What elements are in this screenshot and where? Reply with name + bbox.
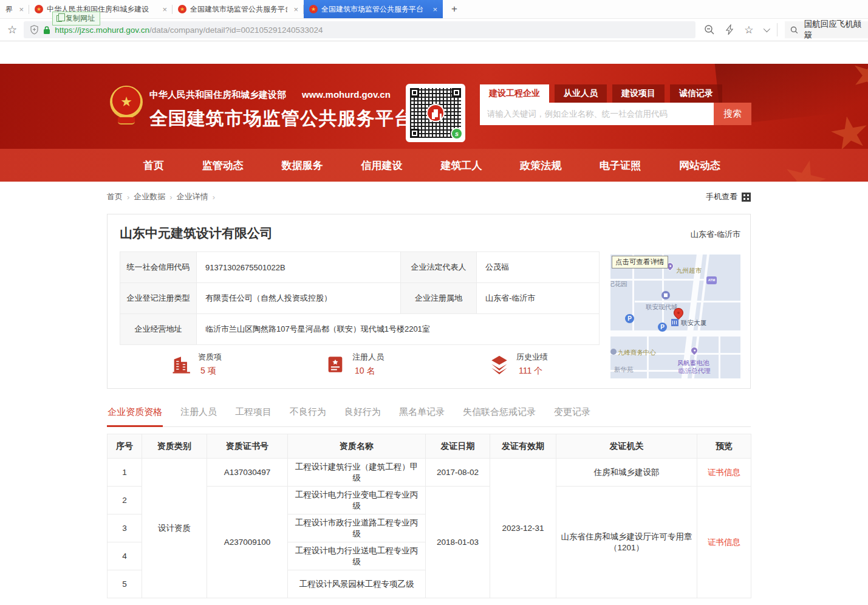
- address-bar[interactable]: https://jzsc.mohurd.gov.cn/data/company/…: [24, 21, 695, 38]
- map-label-garden: 记花园: [610, 280, 627, 289]
- emblem-favicon-icon: [35, 5, 43, 13]
- certificate-info-link[interactable]: 证书信息: [697, 487, 751, 598]
- stat-registered-personnel: 注册人员 10 名: [325, 352, 384, 377]
- lightning-icon[interactable]: [725, 24, 734, 35]
- breadcrumb-home[interactable]: 首页: [107, 191, 123, 202]
- browser-tab-1[interactable]: 中华人民共和国住房和城乡建设: [29, 0, 173, 18]
- search-button[interactable]: 搜索: [714, 103, 751, 125]
- stat-history-performance: 历史业绩 111 个: [489, 352, 548, 377]
- search-tab-credit[interactable]: 诚信记录: [670, 84, 722, 103]
- zoom-out-icon[interactable]: [704, 24, 715, 35]
- copy-url-tooltip: 复制网址: [52, 12, 100, 26]
- breadcrumb: 首页 企业数据 企业详情 手机查看: [107, 191, 751, 202]
- qualification-name: 工程设计电力行业送电工程专业丙级: [288, 542, 426, 570]
- keyword-search-input[interactable]: [480, 103, 714, 125]
- browser-tab-strip: 界 中华人民共和国住房和城乡建设 全国建筑市场监管公共服务平台 全国建筑市场监管…: [0, 0, 868, 19]
- chevron-down-icon[interactable]: [764, 26, 770, 32]
- issuing-authority: 山东省住房和城乡建设厅许可专用章 （1201）: [556, 487, 697, 598]
- table-row: 统一社会信用代码 91371302675501022B 企业法定代表人 公茂福: [120, 252, 600, 283]
- tab-projects[interactable]: 工程项目: [234, 401, 272, 426]
- mobile-view-label[interactable]: 手机查看: [706, 191, 737, 202]
- address-value: 临沂市兰山区陶然路107号星河晶都（联安）现代城1号楼2201室: [197, 314, 600, 345]
- site-header: 中华人民共和国住房和城乡建设部 www.mohurd.gov.cn 全国建筑市场…: [0, 64, 868, 149]
- nav-item-credit[interactable]: 信用建设: [361, 159, 403, 173]
- tab-good-behavior[interactable]: 良好行为: [344, 401, 381, 426]
- platform-title: 全国建筑市场监管公共服务平台: [149, 106, 413, 131]
- copy-icon: [56, 15, 62, 22]
- breadcrumb-detail[interactable]: 企业详情: [177, 191, 208, 202]
- bookmark-star-icon[interactable]: [7, 23, 17, 36]
- nav-item-policy[interactable]: 政策法规: [520, 159, 561, 173]
- reg-region-value: 山东省-临沂市: [477, 283, 600, 314]
- breadcrumb-enterprise-data[interactable]: 企业数据: [134, 191, 165, 202]
- browser-tab-2[interactable]: 全国建筑市场监管公共服务平台: [173, 0, 304, 18]
- map-label-supermarket: 九州超市: [676, 267, 702, 275]
- search-icon: [790, 26, 798, 35]
- tab-blacklist[interactable]: 黑名单记录: [398, 401, 445, 426]
- qualification-name: 工程设计建筑行业（建筑工程）甲级: [288, 459, 426, 487]
- building-icon: [671, 319, 678, 326]
- qualification-category: 设计资质: [142, 459, 207, 598]
- company-card: 山东中元建筑设计有限公司 山东省-临沂市 统一社会信用代码 9137130267…: [107, 214, 751, 389]
- table-row: 企业经营地址 临沂市兰山区陶然路107号星河晶都（联安）现代城1号楼2201室: [120, 314, 600, 345]
- close-icon[interactable]: [291, 5, 298, 14]
- tab-registered-personnel[interactable]: 注册人员: [180, 401, 217, 426]
- browser-tab-active[interactable]: 全国建筑市场监管公共服务平台: [304, 0, 443, 18]
- map-label-lianan-city: 联安现代城: [646, 303, 678, 312]
- qr-miniprogram-icon: [451, 128, 463, 140]
- search-tab-enterprise[interactable]: 建设工程企业: [480, 84, 549, 103]
- tab-change-records[interactable]: 变更记录: [553, 401, 591, 426]
- certificate-info-link[interactable]: 证书信息: [697, 459, 751, 487]
- toolbar-icons: [704, 24, 768, 36]
- header-search: 建设工程企业 从业人员 建设项目 诚信记录 搜索: [480, 84, 751, 125]
- poi-dot-icon: [610, 349, 617, 355]
- close-icon[interactable]: [160, 5, 167, 14]
- tab-qualifications[interactable]: 企业资质资格: [107, 401, 163, 427]
- site-brand: 中华人民共和国住房和城乡建设部 www.mohurd.gov.cn 全国建筑市场…: [149, 89, 413, 131]
- search-tab-project[interactable]: 建设项目: [612, 84, 665, 103]
- building-icon: [171, 354, 191, 375]
- lock-icon: [43, 26, 50, 35]
- new-tab-button[interactable]: [451, 3, 457, 15]
- nav-item-home[interactable]: 首页: [143, 159, 164, 173]
- parking-icon: [625, 314, 634, 323]
- header-qr-code: [406, 84, 465, 142]
- qr-pattern: [410, 88, 461, 138]
- nav-item-data-service[interactable]: 数据服务: [282, 159, 323, 173]
- stat-qualifications: 资质项 5 项: [171, 352, 222, 377]
- table-row: 1 设计资质 A137030497 工程设计建筑行业（建筑工程）甲级 2017-…: [108, 459, 751, 487]
- national-emblem-ribbon: [118, 117, 135, 125]
- issuing-authority: 住房和城乡建设部: [556, 459, 697, 487]
- browser-tab-partial[interactable]: 界: [0, 0, 29, 18]
- certificate-book-icon: [325, 354, 346, 375]
- mobile-qr-icon[interactable]: [742, 193, 751, 202]
- tab-bad-behavior[interactable]: 不良行为: [289, 401, 327, 426]
- nav-item-site-news[interactable]: 网站动态: [679, 159, 720, 173]
- nav-item-workers[interactable]: 建筑工人: [440, 159, 482, 173]
- qualification-name: 工程设计风景园林工程专项乙级: [288, 570, 426, 598]
- nav-item-supervision[interactable]: 监管动态: [202, 159, 244, 173]
- national-emblem-icon: [110, 86, 143, 118]
- map-label-battery-1: 风帆蓄电池: [677, 359, 709, 367]
- company-name: 山东中元建筑设计有限公司: [120, 225, 273, 242]
- qualification-name: 工程设计市政行业道路工程专业丙级: [288, 514, 426, 542]
- search-category-tabs: 建设工程企业 从业人员 建设项目 诚信记录: [480, 84, 751, 103]
- ministry-name: 中华人民共和国住房和城乡建设部: [149, 89, 286, 101]
- favorites-star-icon[interactable]: [744, 24, 753, 36]
- validity-date: 2023-12-31: [490, 459, 556, 598]
- location-map[interactable]: 点击可查看详情 九州超市 记花园 联安现代城 联安大厦 九峰商务中心 新华苑 风…: [610, 255, 740, 378]
- atm-icon: [706, 276, 717, 284]
- company-region: 山东省-临沂市: [691, 229, 740, 240]
- close-icon[interactable]: [430, 5, 437, 14]
- cert-number: A237009100: [207, 487, 288, 598]
- nav-item-e-license[interactable]: 电子证照: [600, 159, 641, 173]
- shield-icon[interactable]: [30, 25, 39, 35]
- close-icon[interactable]: [16, 5, 24, 14]
- map-label-xinhuayuan: 新华苑: [614, 366, 634, 374]
- browser-quick-search[interactable]: 国航回应飞机颠簸: [785, 21, 868, 38]
- search-tab-personnel[interactable]: 从业人员: [555, 84, 607, 103]
- table-row: 企业登记注册类型 有限责任公司（自然人投资或控股） 企业注册属地 山东省-临沂市: [120, 283, 600, 314]
- tab-dishonesty[interactable]: 失信联合惩戒记录: [462, 401, 536, 426]
- quick-search-text: 国航回应飞机颠簸: [804, 19, 863, 41]
- emblem-favicon-icon: [178, 5, 186, 13]
